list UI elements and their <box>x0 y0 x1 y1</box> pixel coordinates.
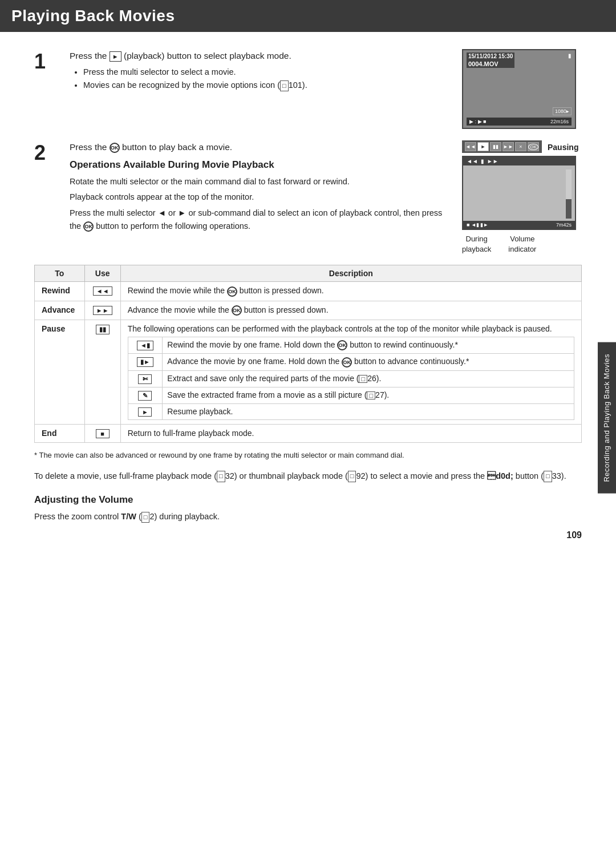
ctrl-ff-icon: ►► <box>502 142 514 151</box>
delete-btn-label: d0d; <box>487 471 513 480</box>
cam2-ctrl2: ▮ <box>481 158 484 164</box>
table-row-pause: Pause ▮▮ The following operations can be… <box>35 320 582 424</box>
sub-row-resume: ► Resume playback. <box>128 403 574 419</box>
row-end-to: End <box>35 424 85 442</box>
delete-note: To delete a movie, use full-frame playba… <box>34 470 582 483</box>
sub-row-rew-frame: ◄▮ Rewind the movie by one frame. Hold d… <box>128 337 574 353</box>
volume-bar-fill <box>566 199 572 219</box>
book-ref-32: □ <box>217 471 225 482</box>
sub-row-adv-frame: ▮► Advance the movie by one frame. Hold … <box>128 354 574 370</box>
tw-label: T/W <box>121 512 136 521</box>
sub-icon-extract: ✄ <box>128 370 163 387</box>
volume-text: Press the zoom control T/W (□2) during p… <box>34 510 582 523</box>
cam2-bottom-bar: ■ ◄▮ ▮► 7m42s <box>463 221 575 229</box>
playback-button-icon: ► <box>110 51 121 62</box>
cam2-bottom-right: 7m42s <box>556 222 572 228</box>
camera-screen2: ◄◄ ▮ ►► ■ ◄▮ ▮► 7m42s <box>462 156 576 230</box>
page-number: 109 <box>566 530 582 540</box>
step1-bullet2: Movies can be recognized by the movie op… <box>83 79 445 92</box>
book-ref-33: □ <box>544 471 552 482</box>
sub-desc-rew-frame: Rewind the movie by one frame. Hold down… <box>163 337 574 353</box>
step1-text: Press the ► (playback) button to select … <box>70 49 445 62</box>
end-icon: ■ <box>96 429 110 438</box>
row-pause-to: Pause <box>35 320 85 424</box>
step2-content: Press the OK button to play back a movie… <box>70 140 445 235</box>
advance-icon: ►► <box>93 306 112 315</box>
ctrl-x-icon: × <box>515 142 526 151</box>
operations-table: To Use Description Rewind ◄◄ Rewind the … <box>34 265 582 442</box>
operations-heading: Operations Available During Movie Playba… <box>70 159 445 171</box>
volume-heading: Adjusting the Volume <box>34 494 582 506</box>
ok-button-icon: OK <box>110 143 120 153</box>
pause-icon: ▮▮ <box>96 325 110 334</box>
ctrl-ok-icon: OK <box>528 142 539 151</box>
cam1-bottom-bar: ▶ : ▶ ■ 22m16s <box>467 118 572 126</box>
camera-screen1: 15/11/2012 15:30 0004.MOV ▮ 1080▸ ▶ : ▶ … <box>462 49 576 129</box>
sub-desc-extract: Extract and save only the required parts… <box>163 370 574 387</box>
pause-sub-table: ◄▮ Rewind the movie by one frame. Hold d… <box>128 337 574 420</box>
row-advance-to: Advance <box>35 301 85 320</box>
ok-icon-advance: OK <box>232 305 242 316</box>
title-bar: Playing Back Movies <box>0 0 616 32</box>
table-row-rewind: Rewind ◄◄ Rewind the movie while the OK … <box>35 282 582 301</box>
footnote: * The movie can also be advanced or rewo… <box>34 450 582 461</box>
sub-desc-save-frame: Save the extracted frame from a movie as… <box>163 387 574 403</box>
ok-icon-inline: OK <box>83 221 94 232</box>
rewind-icon: ◄◄ <box>93 286 112 296</box>
book-ref-92: □ <box>348 471 356 482</box>
sub-desc-adv-frame: Advance the movie by one frame. Hold dow… <box>163 354 574 370</box>
col-header-to: To <box>35 265 85 282</box>
volume-bar <box>566 169 572 219</box>
col-header-description: Description <box>120 265 581 282</box>
ok-icon-sub1: OK <box>337 340 347 350</box>
row-advance-desc: Advance the movie while the OK button is… <box>120 301 581 320</box>
step1-bullets: Press the multi selector to select a mov… <box>80 66 445 92</box>
cam1-bottom-right: 22m16s <box>550 119 569 124</box>
pausing-top-icons-bar: ◄◄ ► ▮▮ ►► × OK <box>462 140 542 153</box>
row-end-desc: Return to full-frame playback mode. <box>120 424 581 442</box>
cam1-top: 15/11/2012 15:30 0004.MOV ▮ <box>467 53 572 68</box>
pausing-screens: ◄◄ ► ▮▮ ►► × OK Pausing ◄◄ ▮ <box>462 140 578 255</box>
col-header-use: Use <box>84 265 120 282</box>
ops-para1: Rotate the multi selector or the main co… <box>70 175 445 188</box>
ops-para2: Playback controls appear at the top of t… <box>70 191 445 204</box>
pause-main-desc: The following operations can be performe… <box>128 324 574 333</box>
table-row-advance: Advance ►► Advance the movie while the O… <box>35 301 582 320</box>
sub-icon-resume: ► <box>128 403 163 419</box>
pausing-label-row: ◄◄ ► ▮▮ ►► × OK Pausing ◄◄ ▮ <box>462 140 578 255</box>
cam1-battery-icon: ▮ <box>568 53 572 59</box>
row-pause-desc: The following operations can be performe… <box>120 320 581 424</box>
sub-row-save-frame: ✎ Save the extracted frame from a movie … <box>128 387 574 403</box>
pausing-label-text: Pausing <box>548 143 578 152</box>
cam1-bottom-left: ▶ : ▶ ■ <box>469 119 486 124</box>
cam2-ctrl3: ►► <box>487 158 499 164</box>
step1-content: Press the ► (playback) button to select … <box>70 49 445 92</box>
sub-desc-resume: Resume playback. <box>163 403 574 419</box>
cam1-date: 15/11/2012 15:30 0004.MOV <box>467 53 514 68</box>
step2-number: 2 <box>34 142 52 164</box>
row-rewind-desc: Rewind the movie while the OK button is … <box>120 282 581 301</box>
row-pause-use: ▮▮ <box>84 320 120 424</box>
row-rewind-to: Rewind <box>35 282 85 301</box>
step1-image-area: 15/11/2012 15:30 0004.MOV ▮ 1080▸ ▶ : ▶ … <box>462 49 582 129</box>
cam2-ctrl1: ◄◄ <box>467 158 478 164</box>
ok-icon-rewind: OK <box>227 286 237 297</box>
label-during-playback: Duringplayback <box>462 234 491 255</box>
book-ref-101: □ <box>280 80 289 92</box>
ctrl-stop-icon: ▮▮ <box>490 142 501 151</box>
table-header-row: To Use Description <box>35 265 582 282</box>
step1-bullet1: Press the multi selector to select a mov… <box>83 66 445 79</box>
ctrl-rew-icon: ◄◄ <box>465 142 476 151</box>
step2-row: 2 Press the OK button to play back a mov… <box>34 140 582 255</box>
cam2-bottom-left: ■ ◄▮ ▮► <box>467 222 488 228</box>
ops-para3: Press the multi selector ◄ or ► or sub-c… <box>70 207 445 233</box>
sub-row-extract: ✄ Extract and save only the required par… <box>128 370 574 387</box>
step2-image-area: ◄◄ ► ▮▮ ►► × OK Pausing ◄◄ ▮ <box>462 140 582 255</box>
table-row-end: End ■ Return to full-frame playback mode… <box>35 424 582 442</box>
image-labels: Duringplayback Volumeindicator <box>462 234 578 255</box>
page-container: Playing Back Movies 1 Press the ► (playb… <box>0 0 616 558</box>
sidebar-tab: Recording and Playing Back Movies <box>598 342 616 494</box>
ok-icon-sub2: OK <box>342 357 352 368</box>
step1-row: 1 Press the ► (playback) button to selec… <box>34 49 582 129</box>
pausing-row: ◄◄ ► ▮▮ ►► × OK Pausing <box>462 140 578 154</box>
